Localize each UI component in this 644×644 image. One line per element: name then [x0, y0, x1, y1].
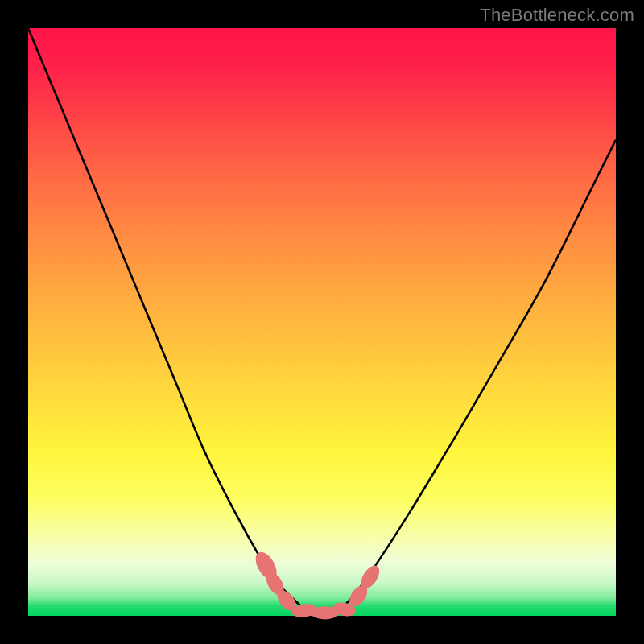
curve-markers [251, 548, 382, 619]
curve-svg [28, 28, 616, 616]
chart-frame: TheBottleneck.com [0, 0, 644, 644]
plot-area [28, 28, 616, 616]
bottleneck-curve [28, 28, 616, 613]
watermark-text: TheBottleneck.com [480, 5, 634, 26]
